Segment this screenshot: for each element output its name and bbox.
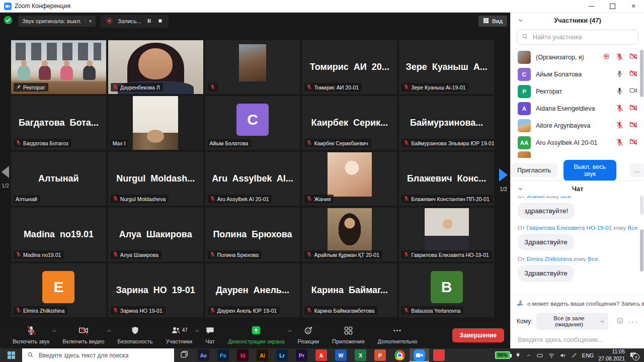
camera-off-icon[interactable] (629, 121, 637, 131)
video-tile[interactable]: Карина Баймаг...Карина Баймагамбетова (302, 263, 397, 317)
taskbar-chrome-icon[interactable] (390, 348, 410, 362)
video-tile[interactable]: Томирис АИ 20...Томирис АИ 20-01 (302, 40, 397, 94)
toolbar-unmute[interactable]: Включить звук (6, 322, 56, 348)
taskbar-indesign-icon[interactable]: Id (233, 348, 253, 362)
close-button[interactable]: × (623, 0, 644, 12)
video-tile[interactable]: BBalaussa Yerlanovna (399, 263, 494, 317)
pen-icon[interactable] (571, 352, 578, 358)
view-button[interactable]: Вид (478, 16, 507, 27)
start-button[interactable] (0, 348, 22, 362)
emoji-icon[interactable] (616, 317, 624, 326)
video-tile[interactable]: Ректорат (11, 40, 106, 94)
encryption-shield-icon[interactable] (3, 15, 13, 27)
video-tile[interactable]: Даурен Анель...Даурен Анель ЮР 19-01 (205, 263, 300, 317)
taskbar-zoom-icon[interactable] (410, 348, 429, 362)
maximize-button[interactable] (602, 0, 623, 12)
battery-indicator[interactable]: 96% (495, 351, 510, 359)
chat-scrollbar[interactable] (640, 229, 643, 272)
toolbar-chat[interactable]: Чат (199, 322, 221, 348)
camera-off-icon[interactable] (629, 52, 637, 62)
mic-on-icon[interactable] (616, 70, 623, 79)
toolbar-more[interactable]: Дополнительно (371, 322, 424, 348)
recipient-dropdown[interactable]: Все (в зале ожидания) (536, 313, 608, 330)
collapse-participants-icon[interactable] (518, 17, 523, 25)
participant-row[interactable]: (Организатор, я) (516, 49, 639, 66)
participant-row[interactable]: PРекторат (516, 83, 639, 100)
mic-muted-icon[interactable] (616, 121, 623, 131)
taskbar-after-effects-icon[interactable]: Ae (194, 348, 213, 362)
video-tile[interactable]: Арайлым Құрман ҚТ 20-01 (302, 208, 397, 261)
chat-message-input[interactable] (517, 335, 640, 344)
taskbar-word-icon[interactable]: W (331, 348, 351, 362)
toolbar-start-video[interactable]: Включить видео (56, 322, 111, 348)
toolbar-participants[interactable]: 47Участники (159, 322, 199, 348)
notification-center-icon[interactable]: 3 (629, 351, 637, 359)
toolbar-apps[interactable]: Приложения (326, 322, 371, 348)
video-tile[interactable]: Aru Assylbek AI...Aru Assylbek AI 20-01 (205, 152, 300, 206)
taskbar-powerpoint-icon[interactable]: P (370, 348, 390, 362)
language-indicator[interactable]: ENG (582, 352, 594, 358)
participant-row[interactable]: AAAru Assylbek AI 20-01 (516, 134, 639, 151)
chat-more-icon[interactable]: ··· (628, 317, 638, 326)
tray-chevron-up-icon[interactable] (526, 352, 532, 358)
video-tile[interactable]: Алуа ШакироваАлуа Шакирова (108, 208, 203, 261)
taskbar-excel-icon[interactable]: X (351, 348, 370, 362)
camera-off-icon[interactable] (629, 104, 637, 114)
video-tile[interactable] (205, 40, 300, 94)
video-tile[interactable]: Жания (302, 152, 397, 206)
taskbar-acrobat-icon[interactable]: A (311, 348, 331, 362)
taskbar-clock[interactable]: 11:05 27.08.2021 (598, 348, 625, 361)
video-tile[interactable]: АлтынайАлтынай (11, 152, 106, 206)
camera-off-icon[interactable] (629, 69, 637, 79)
participant-search-box[interactable] (517, 30, 638, 45)
video-tile[interactable]: CАйым Болатова (205, 96, 300, 150)
next-page-arrow[interactable]: 1/2 (499, 168, 508, 192)
video-tile[interactable]: Nurgul Moldash...Nurgul Moldasheva (108, 152, 203, 206)
minimize-button[interactable] (581, 0, 602, 12)
toolbar-security[interactable]: Безопасность (111, 322, 159, 348)
taskbar-search-input[interactable] (38, 351, 169, 359)
wifi-icon[interactable] (548, 352, 555, 359)
participant-row[interactable] (516, 151, 639, 158)
camera-on-icon[interactable] (629, 86, 637, 97)
toolbar-reactions[interactable]: Реакции (291, 322, 326, 348)
toolbar-share-screen[interactable]: Демонстрация экрана (221, 322, 291, 348)
participant-row[interactable]: CАйым Болатова (516, 66, 639, 83)
video-tile[interactable]: Max I (108, 96, 203, 150)
stop-recording-button[interactable] (157, 18, 164, 25)
video-tile[interactable]: Багдатова Бота...Багдатова Ботагоз (11, 96, 106, 150)
video-tile[interactable]: Дауренбекова Л (108, 40, 203, 94)
mic-muted-icon[interactable] (616, 138, 623, 148)
mute-all-button[interactable]: Выкл. весь звук (564, 160, 616, 181)
volume-icon[interactable] (559, 352, 567, 359)
video-tile[interactable]: Полина БрюховаПолина Брюхова (205, 208, 300, 261)
chat-scrollbar-track[interactable] (640, 196, 643, 215)
taskbar-search-box[interactable] (22, 348, 174, 362)
chevron-down-icon[interactable]: ▾ (85, 19, 92, 24)
mic-active-icon[interactable] (616, 87, 623, 97)
participants-more-button[interactable]: ... (629, 163, 644, 177)
video-tile[interactable]: Зере Куаныш А...Зере Куаныш Ai-19-01 (399, 40, 494, 94)
mic-muted-icon[interactable] (616, 53, 623, 62)
video-tile[interactable]: Каирбек Серик...Каирбек Серикбаевич (302, 96, 397, 150)
camera-off-icon[interactable] (629, 138, 637, 148)
taskbar-photoshop-icon[interactable]: Ps (213, 348, 233, 362)
collapse-chat-icon[interactable] (518, 186, 523, 193)
device-icon[interactable] (536, 352, 543, 359)
video-tile[interactable]: Блажевич Конс...Блажевич Константин ПП-2… (399, 152, 494, 206)
video-tile[interactable]: Madina no19.01Madina no19.01 (11, 208, 106, 261)
taskbar-task-view-icon[interactable] (174, 348, 194, 362)
participants-scrollbar[interactable] (640, 50, 643, 97)
end-meeting-button[interactable]: Завершение (452, 328, 504, 342)
mic-muted-icon[interactable] (616, 104, 623, 114)
taskbar-illustrator-icon[interactable]: Ai (253, 348, 272, 362)
original-sound-button[interactable]: Звук оригинала: выкл. ▾ (18, 16, 96, 27)
taskbar-premiere-icon[interactable]: Pr (292, 348, 311, 362)
taskbar-red-app-icon[interactable] (429, 348, 449, 362)
invite-button[interactable]: Пригласить (511, 163, 557, 177)
video-tile[interactable]: Гаврилова Елизавета НО-19-01 (399, 208, 494, 261)
video-tile[interactable]: EElmira Zhilkishina (11, 263, 106, 317)
taskbar-lightroom-icon[interactable]: Lr (272, 348, 292, 362)
participant-row[interactable]: Aitore Argynbayeva (516, 117, 639, 134)
video-tile[interactable]: Зарина НО 19-01Зарина НО 19-01 (108, 263, 203, 317)
